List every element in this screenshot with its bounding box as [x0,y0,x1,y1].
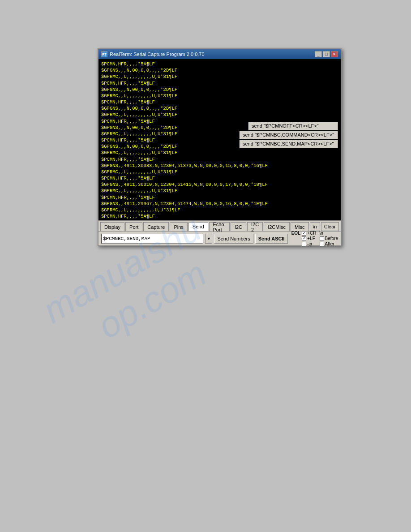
tab-i2c[interactable]: I2C [231,222,246,231]
tab-display[interactable]: Display [100,222,124,231]
cr-checkbox-row: ✓ +CR [302,231,316,236]
terminal-line: $GPRMC,,U,,,,,,,,,U,U*31¶LF [101,188,338,194]
after-label: After [325,241,334,246]
tab-port[interactable]: Port [125,222,142,231]
before-checkbox[interactable] [320,236,324,241]
realterm-window: RT RealTerm: Serial Capture Program 2.0.… [98,48,342,246]
minus-cr-label: -cr [307,241,313,246]
terminal-line: $PCMN,HFR,,,,*5A¶LF [101,80,338,86]
terminal-line: $GPGNS,,4911,30083,N,12304,51373,W,N,00,… [101,163,338,169]
terminal-line: $GPGNS,,4911,29967,N,12304,51474,W,N,00,… [101,201,338,207]
minus-cr-checkbox-row: -cr [302,241,316,246]
terminal-line: $GPGNS,,,N,00,0,0,,,,*2D¶LF [101,86,338,93]
lf-label: +LF [307,236,315,241]
tab-send[interactable]: Send [188,222,208,231]
tab-i2cmisc[interactable]: I2CMisc [264,222,290,231]
tab-echo-port[interactable]: Echo Port [209,222,230,231]
tab-capture[interactable]: Capture [143,222,169,231]
popup-button-2[interactable]: send "$PCMNBC,COMMAND<CR><LF>" [240,131,338,139]
send-numbers-button[interactable]: Send Numbers [214,234,253,244]
terminal-line: $PCMN,HFR,,,,*5A¶LF [101,99,338,105]
tab-bar: DisplayPortCapturePinsSendEcho PortI2CI2… [98,220,341,231]
terminal-line: $PCMN,HFR,,,,*5A¶LF [101,156,338,163]
terminal-line: $GPRMC,,U,,,,,,,,,U,U*31¶LF [101,73,338,80]
terminal-line: $GPRMC,,U,,,,,,,,,U,U*31¶LF [101,112,338,118]
before-after-section: \n Before After [320,231,338,246]
tab-pins[interactable]: Pins [170,222,187,231]
tab-right-btn-clear[interactable]: Clear [321,222,339,231]
maximize-button[interactable]: □ [323,51,330,57]
popup-button-3[interactable]: send "$PCMNBC,SEND,MAP<CR><LF>" [240,140,338,148]
lf-checkbox-row: ✓ +LF [302,236,316,241]
tab-misc[interactable]: Misc [291,222,309,231]
app-icon: RT [101,51,107,57]
backslash-n-label: \n [320,231,338,236]
title-bar-left: RT RealTerm: Serial Capture Program 2.0.… [101,51,205,57]
before-label: Before [325,236,338,241]
close-button[interactable]: ✕ [331,51,338,57]
popup-button-1[interactable]: send "$PCMNOFF<CR><LF>" [248,122,338,130]
terminal-line: $GPRMC,,U,,,,,,,,,U,U*31¶LF [101,93,338,99]
terminal-line: $GPGNS,,,N,00,0,0,,,,*2D¶LF [101,67,338,73]
tab-right-btn-n[interactable]: \n [310,222,320,231]
terminal-line: $PCMN,HFR,,,,*5A¶LF [101,175,338,181]
terminal-output: $PCMN,HFR,,,,*5A¶LF$GPGNS,,,N,00,0,0,,,,… [98,59,341,220]
terminal-line: $PCMN,HFR,,,,*5A¶LF [101,213,338,219]
minimize-button[interactable]: _ [315,51,322,57]
terminal-line: $PCMN,HFR,,,,*5A¶LF [101,194,338,201]
eol-label: EOL [291,231,301,236]
eol-section: EOL ✓ +CR ✓ +LF -cr \n Bef [291,231,338,246]
lf-checkbox[interactable]: ✓ [302,236,306,241]
terminal-line: $PCMN,HFR,,,,*5A¶LF [101,61,338,67]
before-row: Before [320,236,338,241]
cr-checkbox[interactable]: ✓ [302,231,306,236]
terminal-line: $GPGNS,,4911,30010,N,12304,51415,W,N,00,… [101,181,338,188]
tab-right-buttons: \nClear [310,222,339,231]
terminal-line: $GPGNS,,,N,00,0,0,,,,*2D¶LF [101,105,338,112]
window-title: RealTerm: Serial Capture Program 2.0.0.7… [110,51,205,57]
command-input[interactable] [101,234,203,244]
terminal-line: $PCMNOFF, All NMEA messages cleared from… [101,219,338,220]
title-bar: RT RealTerm: Serial Capture Program 2.0.… [98,49,341,59]
after-row: After [320,241,338,246]
eol-checkboxes: ✓ +CR ✓ +LF -cr [302,231,316,246]
input-area: ▼ Send Numbers Send ASCII EOL ✓ +CR ✓ +L… [98,231,341,245]
title-buttons: _ □ ✕ [315,51,338,57]
minus-cr-checkbox[interactable] [302,242,306,246]
terminal-line: $GPRMC,,U,,,,,,,,,U,U*31¶LF [101,150,338,156]
dropdown-arrow[interactable]: ▼ [205,234,212,244]
terminal-line: $GPRMC,,U,,,,,,,,,,U,U*31¶LF [101,207,338,213]
send-ascii-button[interactable]: Send ASCII [255,234,288,244]
cr-label: +CR [307,231,316,236]
terminal-line: $GPRMC,,U,,,,,,,,,U,U*31¶LF [101,169,338,175]
tab-i2c-2[interactable]: I2C 2 [247,222,263,231]
after-checkbox[interactable] [320,242,324,246]
